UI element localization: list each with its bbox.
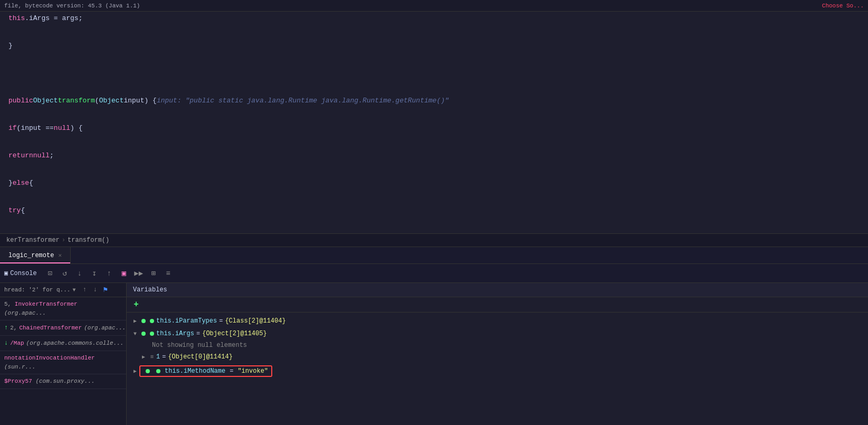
thread-nav-down[interactable]: ↓	[90, 285, 100, 295]
top-bar: file, bytecode version: 45.3 (Java 1.1) …	[0, 0, 868, 12]
var-val-index1: {Object[0]@11414}	[168, 353, 232, 361]
variables-toolbar: +	[127, 297, 868, 313]
variables-list: ▶ this.iParamTypes = {Class[2]@11404} ▼ …	[127, 313, 868, 425]
breadcrumb-sep: ›	[62, 237, 65, 244]
code-line-1: this.iArgs = args;	[0, 12, 868, 25]
var-val-imethodname: "invoke"	[237, 367, 268, 375]
code-line-5: if (input == null) {	[0, 121, 868, 135]
stack-frame-annotation[interactable]: nnotationInvocationHandler (sun.r...	[0, 351, 126, 374]
var-eq-1: =	[219, 317, 223, 325]
var-row-index-1[interactable]: ▶ ≡ 1 = {Object[0]@11414}	[127, 351, 868, 363]
toolbar-btn-step-over[interactable]: ↓	[74, 268, 85, 279]
stack-frame-proxy[interactable]: $Proxy57 (com.sun.proxy...	[0, 374, 126, 389]
breadcrumb-class: kerTransformer	[6, 237, 60, 244]
var-name-iparamtypes: this.iParamTypes	[156, 317, 217, 325]
var-icon-dot-6	[156, 369, 160, 373]
var-eq-3: =	[162, 353, 166, 361]
toolbar-btn-step-out[interactable]: ↑	[103, 268, 115, 279]
var-eq-4: =	[230, 367, 233, 375]
expand-index-1[interactable]: ▶	[139, 353, 148, 361]
list-icon: ≡	[148, 353, 156, 361]
right-panel: Variables + ▶ this.iParamTypes = {Class[…	[127, 283, 868, 425]
thread-label: hread: '2' for q...	[4, 287, 70, 293]
not-showing-text: Not showing null elements	[152, 342, 247, 349]
not-showing-message: Not showing null elements	[127, 340, 868, 351]
toolbar-btn-stop[interactable]: ▣	[118, 268, 130, 279]
var-name-imethodname: this.iMethodName	[165, 367, 225, 375]
debug-panel: hread: '2' for q... ▼ ↑ ↓ ⚑ 5, InvokerTr…	[0, 283, 868, 425]
console-icon: ▣	[4, 269, 8, 277]
console-text: Console	[10, 270, 36, 277]
console-label: ▣ Console	[4, 269, 37, 277]
expand-iargs[interactable]: ▼	[131, 329, 139, 338]
code-line-4: public Object transform(Object input) { …	[0, 94, 868, 108]
code-line-2: }	[0, 39, 868, 53]
code-line-8: try {	[0, 204, 868, 218]
tab-close-icon[interactable]: ✕	[58, 252, 62, 259]
debug-tabs: logic_remote ✕	[0, 247, 868, 264]
stack-frame-5[interactable]: 5, InvokerTransformer (org.apac...	[0, 297, 126, 320]
toolbar-btn-restore[interactable]: ⊡	[44, 268, 56, 279]
var-name-index1: 1	[156, 353, 160, 361]
var-name-iargs: this.iArgs	[156, 330, 194, 337]
var-val-iparamtypes: {Class[2]@11404}	[225, 317, 285, 325]
variables-header: Variables	[127, 283, 868, 297]
var-icon-dot-3	[141, 332, 146, 336]
choose-source-button[interactable]: Choose So...	[822, 3, 864, 9]
left-panel: hread: '2' for q... ▼ ↑ ↓ ⚑ 5, InvokerTr…	[0, 283, 127, 425]
var-row-iparamtypes[interactable]: ▶ this.iParamTypes = {Class[2]@11404}	[127, 315, 868, 327]
toolbar-btn-resume[interactable]: ▶▶	[133, 268, 145, 279]
scroll-down-btn[interactable]: ↓	[4, 338, 8, 348]
breadcrumb-method: transform()	[68, 237, 109, 244]
breadcrumb: kerTransformer › transform()	[0, 233, 868, 247]
expand-imethodname[interactable]: ▶	[131, 367, 139, 375]
thread-nav-up[interactable]: ↑	[80, 285, 89, 295]
var-icon-dot-1	[141, 319, 146, 323]
toolbar-btn-refresh[interactable]: ↺	[59, 268, 71, 279]
thread-dropdown-arrow[interactable]: ▼	[72, 287, 75, 293]
var-icon-dot-4	[150, 332, 154, 336]
var-highlighted-imethodname[interactable]: this.iMethodName = "invoke"	[139, 365, 272, 377]
console-toolbar: ▣ Console ⊡ ↺ ↓ ↧ ↑ ▣ ▶▶ ⊞ ≡	[0, 264, 868, 283]
tab-logic-remote[interactable]: logic_remote ✕	[0, 247, 71, 263]
filter-button[interactable]: ⚑	[103, 285, 107, 295]
var-eq-2: =	[196, 330, 200, 337]
code-line-7: } else {	[0, 176, 868, 190]
toolbar-btn-frames[interactable]: ≡	[163, 268, 174, 279]
scroll-up-btn[interactable]: ↑	[4, 323, 8, 333]
var-icon-dot-2	[150, 319, 154, 323]
code-line-6: return null;	[0, 149, 868, 163]
stack-frame-2[interactable]: ↑ 2, ChainedTransformer (org.apac...	[0, 320, 126, 336]
variables-tab-label[interactable]: Variables	[133, 286, 167, 294]
var-val-iargs: {Object[2]@11405}	[202, 330, 266, 337]
toolbar-btn-step-into[interactable]: ↧	[89, 268, 100, 279]
add-variable-button[interactable]: +	[131, 299, 141, 310]
tab-label: logic_remote	[8, 252, 54, 259]
expand-iparamtypes[interactable]: ▶	[131, 317, 139, 325]
var-row-imethodname[interactable]: ▶ this.iMethodName = "invoke"	[127, 363, 868, 379]
code-line-9: Class cls = input.getClass(); cls: "clas…	[0, 231, 868, 233]
stack-frame-map[interactable]: ↓ /Map (org.apache.commons.colle...	[0, 336, 126, 351]
code-editor: this.iArgs = args; } public Object trans…	[0, 12, 868, 233]
thread-selector[interactable]: hread: '2' for q... ▼ ↑ ↓ ⚑	[0, 283, 126, 297]
thread-nav: ↑ ↓ ⚑	[80, 285, 107, 295]
toolbar-btn-screenshot[interactable]: ⊞	[148, 268, 159, 279]
file-info: file, bytecode version: 45.3 (Java 1.1)	[4, 3, 140, 9]
var-icon-dot-5	[146, 369, 150, 373]
code-line-3	[0, 67, 868, 80]
var-row-iargs[interactable]: ▼ this.iArgs = {Object[2]@11405}	[127, 327, 868, 340]
